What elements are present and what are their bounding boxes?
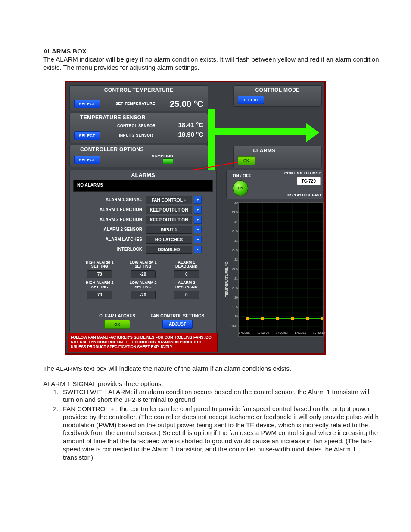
panel-title: CONTROLLER OPTIONS [80, 146, 208, 152]
temperature-sensor-panel: TEMPERATURE SENSOR SELECT CONTROL SENSOR… [69, 113, 208, 143]
alarm-row: ALARM 2 FUNCTION KEEP OUTPUT ON [78, 215, 203, 225]
y-tick: 21.5 [228, 268, 238, 271]
panel-title: CONTROL TEMPERATURE [70, 87, 208, 93]
sampling-led-icon [163, 158, 173, 164]
onoff-label: ON / OFF [233, 174, 251, 178]
temperature-chart: 25 24.5 24 23.5 23 22.5 22 21.5 21 20.5 … [238, 202, 324, 337]
controller-options-panel: CONTROLLER OPTIONS SELECT SAMPLING [69, 145, 208, 167]
x-tick: 17:02:08 [276, 331, 287, 334]
dropdown-icon[interactable] [194, 226, 202, 233]
select-button[interactable]: SELECT [74, 131, 100, 140]
dropdown-icon[interactable] [194, 216, 202, 224]
setting-header: LOW ALARM 2 SETTING [124, 281, 163, 289]
y-tick: 23 [228, 239, 238, 242]
input2-sensor-value: 18.90 °C [178, 131, 203, 138]
setting-header: ALARM 1 DEADBAND [167, 261, 206, 269]
panel-title: ALARMS [70, 172, 216, 178]
y-tick: 18.41 [228, 324, 238, 327]
setting-value[interactable]: 0 [174, 270, 199, 278]
setting-header: HIGH ALARM 2 SETTING [80, 281, 119, 289]
svg-rect-24 [291, 317, 294, 320]
svg-rect-0 [239, 203, 323, 336]
list-item: SWITCH WITH ALARM: if an alarm condition… [60, 388, 381, 404]
y-tick: 20 [228, 296, 238, 299]
setting-value[interactable]: 70 [87, 270, 112, 278]
svg-rect-21 [246, 317, 249, 320]
y-tick: 20.5 [228, 286, 238, 289]
svg-rect-26 [321, 317, 323, 320]
controller-mod-label: CONTROLLER MOD [284, 171, 321, 175]
list-item: FAN CONTROL + : the controller can be co… [60, 405, 381, 461]
alarm-row: ALARM LATCHES NO LATCHES [78, 235, 203, 245]
setting-header: HIGH ALARM 1 SETTING [80, 261, 119, 269]
setting-header: LOW ALARM 1 SETTING [124, 261, 163, 269]
alarm-rows: ALARM 1 SIGNAL FAN CONTROL + ALARM 1 FUN… [78, 195, 203, 255]
row-label: ALARM 2 FUNCTION [78, 217, 142, 222]
setting-header: ALARM 2 DEADBAND [167, 281, 206, 289]
alarm-row: ALARM 1 FUNCTION KEEP OUTPUT ON [78, 205, 203, 215]
y-tick: 22.5 [228, 249, 238, 252]
section-heading: ALARMS BOX [43, 47, 381, 55]
row-value: INPUT 1 [146, 226, 192, 234]
y-tick: 24.5 [228, 211, 238, 214]
row-value: NO LATCHES [146, 236, 192, 244]
x-tick: 17:02:02 [239, 331, 250, 334]
row-value: KEEP OUTPUT ON [146, 216, 192, 224]
clear-latches-ok-button[interactable]: OK [104, 320, 130, 329]
y-tick: 24 [228, 220, 238, 223]
alarms-config-panel: ALARMS NO ALARMS ALARM 1 SIGNAL FAN CONT… [69, 170, 217, 333]
svg-rect-23 [276, 317, 279, 320]
dropdown-icon[interactable] [194, 206, 202, 214]
ctrl-sensor-value: 18.41 °C [178, 121, 203, 128]
set-temp-label: SET TEMPERATURE [115, 101, 155, 106]
select-button[interactable]: SELECT [74, 156, 100, 164]
row-value: FAN CONTROL + [146, 196, 192, 204]
alarm-settings-grid: HIGH ALARM 1 SETTING70 LOW ALARM 1 SETTI… [80, 261, 206, 299]
row-value: DISABLED [146, 246, 192, 254]
y-tick: 23.5 [228, 230, 238, 233]
svg-rect-25 [306, 317, 309, 320]
set-temp-value: 25.00 °C [170, 99, 203, 109]
warning-banner: FOLLOW FAN MANUFACTURER'S GUIDLINES FOR … [68, 333, 218, 352]
dropdown-icon[interactable] [194, 246, 202, 253]
y-tick: 25 [228, 201, 238, 204]
setting-value[interactable]: 70 [87, 291, 112, 299]
control-temperature-panel: CONTROL TEMPERATURE SELECT SET TEMPERATU… [69, 85, 208, 111]
onoff-panel: ON / OFF ON CONTROLLER MOD TC-720 DISPLA… [226, 170, 324, 199]
setting-value[interactable]: -20 [131, 291, 156, 299]
paragraph: ALARM 1 SIGNAL provides three options: [43, 380, 381, 387]
row-value: KEEP OUTPUT ON [146, 206, 192, 214]
on-toggle[interactable]: ON [233, 180, 248, 196]
alarm-row: ALARM 2 SENSOR INPUT 1 [78, 225, 203, 235]
y-tick: 21 [228, 277, 238, 280]
dropdown-icon[interactable] [194, 236, 202, 243]
dropdown-icon[interactable] [194, 196, 202, 204]
row-label: ALARM 1 FUNCTION [78, 207, 142, 212]
panel-title: TEMPERATURE SENSOR [80, 115, 208, 121]
screenshot-figure: CONTROL TEMPERATURE SELECT SET TEMPERATU… [65, 81, 326, 355]
paragraph: The ALARMS text box will indicate the na… [43, 365, 381, 372]
input2-sensor-label: INPUT 2 SENSOR [119, 133, 153, 137]
x-tick: 17:02:10 [295, 331, 306, 334]
sampling-label: SAMPLING [152, 154, 173, 158]
alarms-status-text: NO ALARMS [77, 183, 103, 187]
y-tick: 19.5 [228, 305, 238, 308]
controller-model-badge: TC-720 [297, 177, 321, 185]
svg-rect-22 [261, 317, 264, 320]
alarms-status-readout: NO ALARMS [73, 180, 213, 192]
adjust-button[interactable]: ADJUST [162, 320, 193, 329]
select-button[interactable]: SELECT [74, 100, 100, 108]
y-tick: 22 [228, 258, 238, 261]
on-text: ON [238, 186, 243, 190]
intro-paragraph: The ALARM indicator will be grey if no a… [43, 56, 381, 72]
alarm-row: INTERLOCK DISABLED [78, 245, 203, 255]
display-contrast-label: DISPLAY CONTRAST [287, 193, 321, 197]
row-label: INTERLOCK [78, 247, 142, 252]
row-label: ALARM LATCHES [78, 237, 142, 242]
row-label: ALARM 2 SENSOR [78, 227, 142, 232]
setting-value[interactable]: -20 [131, 270, 156, 278]
right-column: ON / OFF ON CONTROLLER MOD TC-720 DISPLA… [226, 82, 324, 353]
setting-value[interactable]: 0 [174, 291, 199, 299]
fan-settings-label: FAN CONTROL SETTINGS [147, 314, 208, 318]
x-tick: 17:02:05 [257, 331, 269, 334]
